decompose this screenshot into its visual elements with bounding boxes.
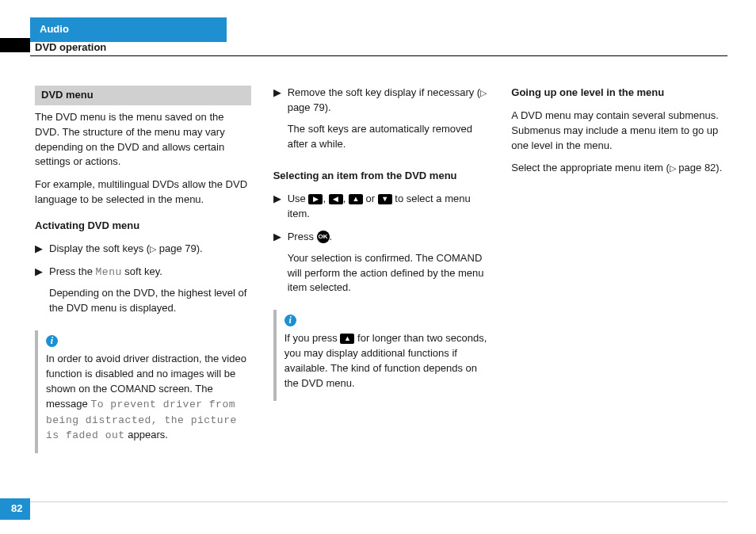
header-rule [30, 55, 727, 56]
up-arrow-key-icon: ▲ [340, 334, 354, 344]
step-marker-icon: ▶ [35, 265, 43, 323]
body-text: The DVD menu is the menu saved on the DV… [35, 110, 251, 170]
content-columns: DVD menu The DVD menu is the menu saved … [35, 86, 727, 486]
heading-activate: Activating DVD menu [35, 219, 251, 234]
step-body: Use ▶, ◀, ▲ or ▼ to select a menu item. [288, 192, 490, 222]
body-text: A DVD menu may contain several submenus.… [511, 109, 727, 154]
note-text: If you press ▲ for longer than two secon… [284, 331, 490, 391]
heading-up-level: Going up one level in the menu [511, 86, 727, 101]
step-marker-icon: ▶ [273, 86, 281, 158]
ok-button-icon: OK [317, 231, 330, 243]
note-text: In order to avoid driver distraction, th… [46, 352, 251, 444]
up-arrow-key-icon: ▲ [349, 194, 363, 204]
page-ref-icon: ▷ [480, 88, 487, 97]
left-arrow-key-icon: ◀ [329, 194, 343, 204]
step: ▶ Press the Menu soft key. Depending on … [35, 265, 251, 323]
step: ▶ Press OK. Your selection is confirmed.… [273, 230, 490, 302]
info-note: i In order to avoid driver distraction, … [35, 330, 251, 453]
step-marker-icon: ▶ [35, 242, 43, 257]
step-marker-icon: ▶ [273, 230, 281, 302]
page-number: 82 [0, 498, 30, 520]
step-body: Press the Menu soft key. Depending on th… [49, 265, 251, 323]
step-body: Press OK. Your selection is confirmed. T… [288, 230, 490, 302]
body-text: For example, multilingual DVDs allow the… [35, 177, 251, 208]
step-marker-icon: ▶ [273, 192, 281, 222]
step-body: Remove the soft key display if necessary… [288, 86, 490, 158]
grey-heading: DVD menu [35, 86, 251, 105]
step-body: Display the soft keys (▷ page 79). [49, 242, 251, 257]
page-ref-icon: ▷ [150, 244, 156, 254]
down-arrow-key-icon: ▼ [378, 194, 392, 204]
info-icon: i [284, 315, 296, 326]
right-arrow-key-icon: ▶ [308, 194, 323, 204]
page-ref-icon: ▷ [670, 163, 676, 173]
thumb-index [0, 38, 30, 52]
step: ▶ Display the soft keys (▷ page 79). [35, 242, 251, 257]
footer-rule [0, 502, 727, 502]
info-note: i If you press ▲ for longer than two sec… [273, 310, 490, 400]
heading-select: Selecting an item from the DVD menu [273, 169, 490, 184]
step: ▶ Remove the soft key display if necessa… [273, 86, 490, 158]
body-text: Select the appropriate menu item (▷ page… [511, 161, 727, 176]
step: ▶ Use ▶, ◀, ▲ or ▼ to select a menu item… [273, 192, 490, 222]
info-icon: i [46, 335, 58, 347]
